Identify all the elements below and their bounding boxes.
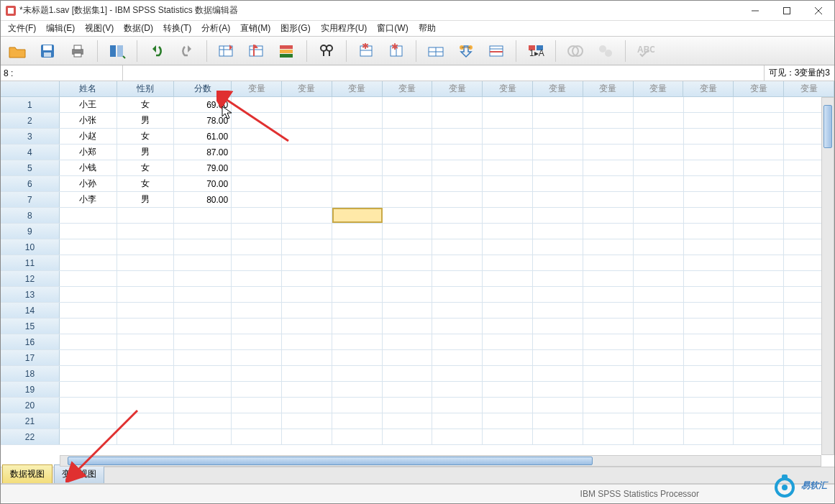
data-cell[interactable]: 小李 xyxy=(60,192,117,207)
undo-button[interactable] xyxy=(145,39,169,63)
row-number[interactable]: 14 xyxy=(1,303,60,318)
data-cell[interactable]: 女 xyxy=(117,129,175,144)
data-cell[interactable] xyxy=(432,382,483,397)
data-cell[interactable] xyxy=(282,192,332,207)
row-number[interactable]: 7 xyxy=(1,192,60,207)
data-cell[interactable] xyxy=(332,287,383,302)
row-number[interactable]: 19 xyxy=(1,382,60,397)
data-cell[interactable] xyxy=(533,192,583,207)
data-cell[interactable] xyxy=(734,129,784,144)
data-cell[interactable] xyxy=(483,97,533,112)
value-labels-button[interactable]: 1▸A xyxy=(524,39,548,63)
column-header-empty[interactable]: 变量 xyxy=(332,81,383,96)
data-cell[interactable] xyxy=(734,224,784,239)
data-cell[interactable] xyxy=(332,350,383,365)
data-cell[interactable] xyxy=(533,224,583,239)
data-cell[interactable] xyxy=(232,160,282,175)
data-cell[interactable] xyxy=(734,303,784,318)
menu-item-6[interactable]: 直销(M) xyxy=(236,21,275,36)
data-cell[interactable] xyxy=(483,145,533,160)
data-cell[interactable] xyxy=(684,239,734,255)
data-cell[interactable] xyxy=(634,145,684,160)
data-cell[interactable] xyxy=(282,366,332,381)
data-cell[interactable] xyxy=(634,271,684,286)
data-cell[interactable] xyxy=(174,303,232,318)
data-cell[interactable] xyxy=(734,350,784,365)
row-number[interactable]: 20 xyxy=(1,398,60,413)
data-cell[interactable] xyxy=(583,350,634,365)
data-cell[interactable] xyxy=(232,176,282,191)
data-cell[interactable] xyxy=(432,160,483,175)
redo-button[interactable] xyxy=(175,39,199,63)
data-cell[interactable] xyxy=(734,382,784,397)
data-cell[interactable] xyxy=(533,366,583,381)
data-cell[interactable] xyxy=(432,334,483,349)
data-cell[interactable] xyxy=(684,97,734,112)
data-cell[interactable] xyxy=(432,429,483,444)
data-cell[interactable] xyxy=(117,271,175,286)
data-cell[interactable] xyxy=(282,160,332,175)
data-cell[interactable] xyxy=(734,255,784,270)
data-cell[interactable] xyxy=(684,303,734,318)
row-number[interactable]: 22 xyxy=(1,429,60,444)
data-cell[interactable] xyxy=(117,413,175,429)
data-cell[interactable] xyxy=(684,129,734,144)
insert-variable-button[interactable]: ✱ xyxy=(384,39,409,63)
column-header-分数[interactable]: 分数 xyxy=(174,81,232,96)
row-number[interactable]: 8 xyxy=(1,208,60,223)
data-cell[interactable] xyxy=(533,334,583,349)
data-cell[interactable] xyxy=(432,239,483,255)
data-cell[interactable] xyxy=(232,287,282,302)
data-cell[interactable] xyxy=(432,303,483,318)
data-cell[interactable] xyxy=(383,224,433,239)
data-cell[interactable] xyxy=(432,224,483,239)
data-cell[interactable] xyxy=(533,176,583,191)
data-cell[interactable] xyxy=(533,129,583,144)
data-cell[interactable] xyxy=(282,303,332,318)
data-cell[interactable] xyxy=(383,160,433,175)
recall-dialog-button[interactable] xyxy=(105,39,129,63)
data-cell[interactable] xyxy=(483,271,533,286)
data-cell[interactable] xyxy=(734,192,784,207)
data-cell[interactable] xyxy=(684,334,734,349)
data-cell[interactable] xyxy=(583,382,634,397)
row-number[interactable]: 2 xyxy=(1,113,60,128)
data-cell[interactable] xyxy=(117,334,175,349)
data-cell[interactable] xyxy=(232,113,282,128)
data-cell[interactable] xyxy=(583,176,634,191)
data-cell[interactable] xyxy=(60,208,117,223)
column-header-empty[interactable]: 变量 xyxy=(583,81,634,96)
data-cell[interactable] xyxy=(583,255,634,270)
menu-item-3[interactable]: 数据(D) xyxy=(119,21,158,36)
row-number[interactable]: 11 xyxy=(1,255,60,270)
open-button[interactable] xyxy=(5,39,29,63)
data-cell[interactable]: 女 xyxy=(117,97,175,112)
cell-value-input[interactable] xyxy=(123,65,765,81)
data-cell[interactable] xyxy=(734,366,784,381)
data-cell[interactable]: 小张 xyxy=(60,113,117,128)
data-cell[interactable] xyxy=(117,255,175,270)
data-cell[interactable] xyxy=(332,366,383,381)
data-cell[interactable] xyxy=(282,382,332,397)
data-cell[interactable] xyxy=(232,413,282,429)
data-cell[interactable] xyxy=(432,208,483,223)
tab-data-view[interactable]: 数据视图 xyxy=(2,464,53,483)
menu-item-7[interactable]: 图形(G) xyxy=(276,21,314,36)
maximize-button[interactable] xyxy=(771,1,803,20)
print-button[interactable] xyxy=(65,39,90,63)
data-cell[interactable] xyxy=(432,319,483,334)
data-cell[interactable] xyxy=(483,208,533,223)
data-cell[interactable] xyxy=(282,97,332,112)
data-cell[interactable] xyxy=(634,350,684,365)
use-sets-button[interactable] xyxy=(563,39,588,63)
column-header-empty[interactable]: 变量 xyxy=(383,81,433,96)
row-number[interactable]: 18 xyxy=(1,366,60,381)
data-cell[interactable] xyxy=(332,113,383,128)
data-cell[interactable] xyxy=(684,176,734,191)
data-cell[interactable] xyxy=(60,224,117,239)
data-cell[interactable] xyxy=(232,192,282,207)
data-cell[interactable] xyxy=(634,239,684,255)
data-cell[interactable] xyxy=(174,271,232,286)
weight-cases-button[interactable] xyxy=(454,39,478,63)
data-cell[interactable] xyxy=(684,208,734,223)
